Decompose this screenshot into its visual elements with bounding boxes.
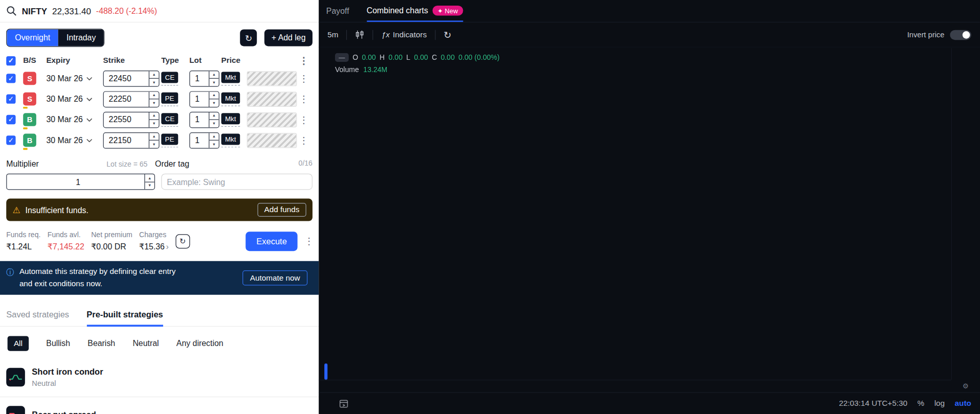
list-item-bear-put-spread[interactable]: Bear put spread: [0, 397, 319, 414]
tab-prebuilt-strategies[interactable]: Pre-built strategies: [86, 309, 163, 326]
strategy-name: Bear put spread: [32, 410, 96, 414]
option-type-toggle[interactable]: CE: [161, 71, 178, 85]
price-mode-toggle[interactable]: Mkt: [221, 112, 240, 127]
side-badge-buy[interactable]: B: [23, 113, 36, 126]
strategy-tag: Neutral: [32, 379, 103, 387]
overnight-tab[interactable]: Overnight: [7, 29, 58, 46]
expiry-select[interactable]: 30 Mar 26: [46, 95, 101, 104]
automate-now-button[interactable]: Automate now: [242, 270, 307, 285]
strike-input[interactable]: [104, 112, 149, 127]
search-icon[interactable]: [6, 6, 17, 16]
order-tag-counter: 0/16: [299, 159, 313, 169]
percent-scale-button[interactable]: %: [918, 399, 925, 408]
add-leg-button[interactable]: + Add leg: [264, 29, 313, 46]
leg-checkbox[interactable]: ✓: [6, 74, 15, 83]
lot-stepper[interactable]: ▲▼: [189, 132, 219, 148]
charges[interactable]: Charges ₹15.36›: [139, 231, 169, 251]
filter-any-direction[interactable]: Any direction: [176, 338, 224, 348]
time-axis[interactable]: [319, 380, 951, 392]
interval-select[interactable]: 5m: [327, 30, 338, 39]
col-price: Price: [221, 56, 245, 65]
strike-input[interactable]: [104, 91, 149, 106]
intraday-tab[interactable]: Intraday: [58, 29, 104, 46]
stepper-arrows[interactable]: ▲▼: [209, 112, 219, 127]
charges-expand-icon[interactable]: ›: [166, 242, 168, 251]
strategy-builder-panel: NIFTY 22,331.40 -488.20 (-2.14%) Overnig…: [0, 0, 319, 414]
strike-stepper[interactable]: ▲▼: [103, 132, 160, 148]
expiry-select[interactable]: 30 Mar 26: [46, 135, 101, 145]
stepper-arrows[interactable]: ▲▼: [209, 71, 219, 86]
reset-legs-button[interactable]: ↻: [240, 29, 257, 46]
go-to-date-icon[interactable]: [339, 399, 348, 408]
order-tag-input[interactable]: [161, 174, 313, 190]
expiry-select[interactable]: 30 Mar 26: [46, 74, 101, 83]
price-axis[interactable]: [951, 48, 980, 380]
stepper-arrows[interactable]: ▲▼: [144, 174, 154, 189]
execute-button[interactable]: Execute: [246, 232, 297, 251]
lot-stepper[interactable]: ▲▼: [189, 91, 219, 107]
lot-stepper[interactable]: ▲▼: [189, 70, 219, 86]
add-funds-button[interactable]: Add funds: [257, 203, 306, 217]
option-type-toggle[interactable]: CE: [161, 112, 178, 127]
option-type-toggle[interactable]: PE: [161, 92, 178, 106]
side-badge-sell[interactable]: S: [23, 72, 36, 85]
price-mode-toggle[interactable]: Mkt: [221, 71, 240, 85]
lot-input[interactable]: [190, 112, 209, 127]
lot-input[interactable]: [190, 133, 209, 148]
stepper-arrows[interactable]: ▲▼: [149, 112, 159, 127]
chart-type-icon[interactable]: [355, 30, 364, 39]
invert-price-control: Invert price: [907, 30, 971, 40]
leg-checkbox[interactable]: ✓: [6, 95, 15, 104]
tab-payoff[interactable]: Payoff: [326, 0, 349, 22]
auto-scale-button[interactable]: auto: [955, 399, 971, 408]
log-scale-button[interactable]: log: [934, 399, 945, 408]
list-item-short-iron-condor[interactable]: Short iron condor Neutral: [0, 358, 319, 397]
leg-checkbox[interactable]: ✓: [6, 135, 15, 145]
side-badge-sell[interactable]: S: [23, 93, 36, 106]
invert-price-toggle[interactable]: [950, 30, 971, 40]
order-menu-icon[interactable]: ⋮: [304, 236, 315, 247]
filter-bullish[interactable]: Bullish: [46, 338, 70, 348]
option-type-toggle[interactable]: PE: [161, 133, 178, 147]
select-all-checkbox[interactable]: ✓: [6, 56, 15, 65]
strike-input[interactable]: [104, 71, 149, 86]
tab-combined-charts[interactable]: Combined charts ✦ New: [367, 0, 463, 22]
multiplier-stepper[interactable]: ▲▼: [6, 174, 155, 190]
price-mode-toggle[interactable]: Mkt: [221, 133, 240, 147]
row-menu-icon[interactable]: ⋮: [299, 73, 309, 84]
tab-saved-strategies[interactable]: Saved strategies: [6, 309, 69, 326]
table-menu-icon[interactable]: ⋮: [299, 55, 309, 66]
lot-stepper[interactable]: ▲▼: [189, 111, 219, 128]
series-collapse-button[interactable]: —: [335, 53, 349, 62]
strike-stepper[interactable]: ▲▼: [103, 91, 160, 107]
strike-stepper[interactable]: ▲▼: [103, 70, 160, 86]
stepper-arrows[interactable]: ▲▼: [209, 91, 219, 106]
filter-neutral[interactable]: Neutral: [132, 338, 159, 348]
multiplier-input[interactable]: [7, 174, 144, 189]
panel-resize-handle[interactable]: [324, 363, 327, 380]
expiry-select[interactable]: 30 Mar 26: [46, 115, 101, 124]
lot-input[interactable]: [190, 71, 209, 86]
filter-bearish[interactable]: Bearish: [87, 338, 115, 348]
strike-stepper[interactable]: ▲▼: [103, 111, 160, 128]
stepper-arrows[interactable]: ▲▼: [149, 91, 159, 106]
row-menu-icon[interactable]: ⋮: [299, 94, 309, 105]
price-chart-canvas[interactable]: [319, 48, 951, 380]
price-mode-toggle[interactable]: Mkt: [221, 92, 240, 106]
leg-checkbox[interactable]: ✓: [6, 115, 15, 124]
filter-all[interactable]: All: [8, 336, 29, 351]
modified-indicator: [23, 148, 28, 150]
axis-settings-icon[interactable]: ⚙: [951, 380, 980, 392]
side-badge-buy[interactable]: B: [23, 133, 36, 147]
lot-input[interactable]: [190, 91, 209, 106]
indicators-button[interactable]: ƒx Indicators: [382, 30, 427, 39]
row-menu-icon[interactable]: ⋮: [299, 134, 309, 146]
refresh-chart-icon[interactable]: ↻: [443, 29, 451, 40]
stepper-arrows[interactable]: ▲▼: [209, 133, 219, 148]
stepper-arrows[interactable]: ▲▼: [149, 133, 159, 148]
strike-input[interactable]: [104, 133, 149, 148]
refresh-margins-button[interactable]: ↻: [175, 234, 190, 248]
stepper-arrows[interactable]: ▲▼: [149, 71, 159, 86]
row-menu-icon[interactable]: ⋮: [299, 114, 309, 125]
instrument-price: 22,331.40: [52, 6, 91, 16]
